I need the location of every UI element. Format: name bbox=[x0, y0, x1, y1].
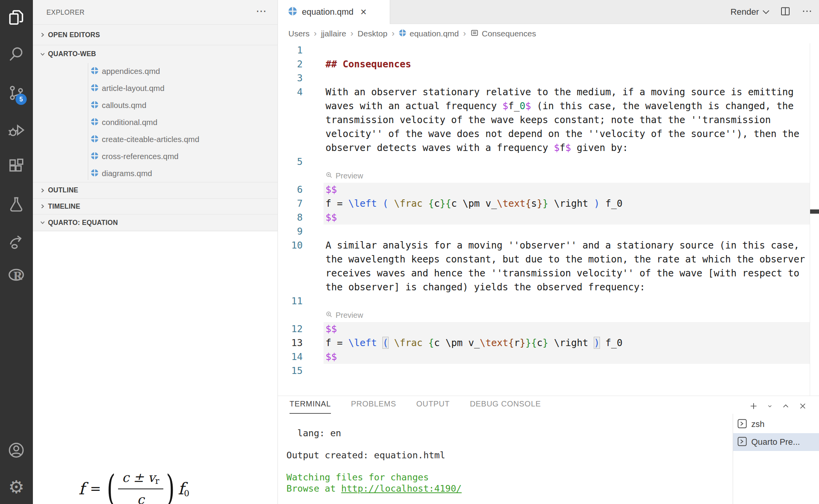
maximize-panel-icon[interactable] bbox=[781, 401, 790, 412]
search-icon[interactable] bbox=[5, 43, 27, 65]
code-line[interactable]: $$ bbox=[324, 322, 810, 336]
terminal-list: zshQuarto Pre... bbox=[733, 414, 819, 504]
section-open-editors[interactable]: OPEN EDITORS bbox=[33, 24, 278, 45]
breadcrumb-separator: › bbox=[351, 29, 353, 39]
panel-tab-debug-console[interactable]: DEBUG CONSOLE bbox=[470, 399, 541, 414]
fraction: c ± vr c bbox=[118, 470, 163, 504]
editor-code-area[interactable]: ## ConsequencesWith an observer stationa… bbox=[324, 43, 810, 378]
breadcrumb-item[interactable]: Consequences bbox=[470, 29, 536, 39]
explorer-icon[interactable] bbox=[5, 7, 27, 28]
quarto-file-icon bbox=[91, 67, 99, 76]
code-line[interactable]: velocity'' of the wave does not depend o… bbox=[324, 127, 810, 141]
line-number: 12 bbox=[278, 322, 306, 336]
terminal-icon bbox=[737, 418, 747, 430]
code-line[interactable]: With an observer stationary relative to … bbox=[324, 85, 810, 99]
breadcrumb: Users›jjallaire›Desktop›equation.qmd›Con… bbox=[278, 24, 819, 43]
terminal-line bbox=[286, 439, 462, 450]
equation-preview-webview: f = ( c ± vr c ) f0 bbox=[33, 231, 278, 504]
code-line[interactable]: f = \left ( \frac {c \pm v_\text{r}}{c} … bbox=[324, 336, 810, 350]
line-number: 6 bbox=[278, 183, 306, 197]
code-line[interactable] bbox=[324, 364, 810, 378]
file-item-diagrams[interactable]: diagrams.qmd bbox=[33, 165, 278, 182]
account-icon[interactable] bbox=[5, 439, 27, 461]
line-number bbox=[278, 252, 306, 266]
section-outline[interactable]: OUTLINE bbox=[33, 182, 278, 198]
sidebar-title: EXPLORER bbox=[46, 9, 85, 17]
settings-gear-icon[interactable]: ⚙ bbox=[5, 476, 27, 498]
breadcrumb-item[interactable]: equation.qmd bbox=[399, 29, 459, 39]
quarto-file-icon bbox=[91, 84, 99, 93]
run-debug-icon[interactable] bbox=[5, 119, 27, 141]
breadcrumb-separator: › bbox=[463, 29, 466, 39]
line-number bbox=[278, 113, 306, 127]
code-line[interactable]: $$ bbox=[324, 350, 810, 364]
code-line[interactable]: ## Consequences bbox=[324, 57, 810, 71]
code-line[interactable] bbox=[324, 294, 810, 308]
file-item-appendices[interactable]: appendices.qmd bbox=[33, 63, 278, 80]
section-quarto-equation[interactable]: QUARTO: EQUATION bbox=[33, 214, 278, 231]
new-terminal-icon[interactable] bbox=[749, 401, 759, 413]
preview-codelens[interactable]: Preview bbox=[324, 169, 810, 183]
section-quarto-web[interactable]: QUARTO-WEB bbox=[33, 45, 278, 63]
file-item-article-layout[interactable]: article-layout.qmd bbox=[33, 80, 278, 97]
line-number: 2 bbox=[278, 57, 306, 71]
zoom-in-icon bbox=[326, 311, 333, 320]
panel-tab-problems[interactable]: PROBLEMS bbox=[351, 399, 396, 414]
code-line[interactable]: waves with an actual frequency $f_0$ (in… bbox=[324, 99, 810, 113]
code-line[interactable]: A similar analysis for a moving ''observ… bbox=[324, 238, 810, 252]
code-line[interactable] bbox=[324, 71, 810, 85]
svg-text:R: R bbox=[13, 270, 22, 283]
file-item-callouts[interactable]: callouts.qmd bbox=[33, 97, 278, 114]
code-line[interactable]: receives waves and hence the ''transmiss… bbox=[324, 266, 810, 280]
terminal-instance-quarto-pre-[interactable]: Quarto Pre... bbox=[733, 433, 819, 451]
close-panel-icon[interactable] bbox=[798, 401, 807, 412]
split-editor-icon[interactable] bbox=[780, 5, 791, 19]
testing-beaker-icon[interactable] bbox=[5, 194, 27, 215]
code-line[interactable]: the wavelength keeps constant, but due t… bbox=[324, 252, 810, 266]
f-zero: f0 bbox=[178, 479, 190, 498]
line-number: 8 bbox=[278, 211, 306, 225]
breadcrumb-item[interactable]: Desktop bbox=[358, 29, 387, 38]
terminal-instance-zsh[interactable]: zsh bbox=[733, 415, 819, 433]
file-item-cross-references[interactable]: cross-references.qmd bbox=[33, 148, 278, 165]
code-line[interactable]: f = \left ( \frac {c}{c \pm v_\text{s}} … bbox=[324, 197, 810, 211]
code-line[interactable]: $$ bbox=[324, 183, 810, 197]
breadcrumb-item[interactable]: jjallaire bbox=[321, 29, 346, 38]
more-actions-icon[interactable] bbox=[801, 5, 813, 19]
render-button[interactable]: Render bbox=[730, 7, 769, 17]
extensions-icon[interactable] bbox=[5, 156, 27, 177]
code-line[interactable]: the observer] is changed) yields the obs… bbox=[324, 280, 810, 294]
code-line[interactable]: observer detects waves with a frequency … bbox=[324, 141, 810, 155]
line-number: 10 bbox=[278, 238, 306, 252]
quarto-file-icon bbox=[288, 7, 297, 17]
line-number: 14 bbox=[278, 350, 306, 364]
line-number: 9 bbox=[278, 225, 306, 238]
chevron-right-icon bbox=[39, 187, 46, 194]
line-number: 5 bbox=[278, 155, 306, 169]
breadcrumb-item[interactable]: Users bbox=[288, 29, 310, 38]
code-line[interactable]: $$ bbox=[324, 211, 810, 225]
line-number bbox=[278, 99, 306, 113]
quarto-preview-icon[interactable] bbox=[5, 231, 27, 253]
code-line[interactable] bbox=[324, 43, 810, 57]
tab-equation-qmd[interactable]: equation.qmd × bbox=[278, 0, 390, 24]
file-item-conditional[interactable]: conditional.qmd bbox=[33, 114, 278, 131]
r-language-icon[interactable]: R bbox=[5, 265, 27, 286]
file-item-create-citeable-articles[interactable]: create-citeable-articles.qmd bbox=[33, 131, 278, 148]
terminal-output[interactable]: lang: enOutput created: equation.htmlWat… bbox=[286, 428, 462, 494]
editor-gutter: 123456789101112131415 bbox=[278, 43, 306, 378]
code-line[interactable] bbox=[324, 155, 810, 169]
zoom-in-icon bbox=[326, 171, 333, 180]
quarto-file-icon bbox=[91, 118, 99, 127]
sidebar-more-icon[interactable]: ⋯ bbox=[256, 5, 267, 17]
panel-tab-output[interactable]: OUTPUT bbox=[416, 399, 449, 414]
section-timeline[interactable]: TIMELINE bbox=[33, 198, 278, 214]
bottom-panel: TERMINALPROBLEMSOUTPUTDEBUG CONSOLE lang… bbox=[278, 396, 819, 504]
close-icon[interactable]: × bbox=[360, 7, 367, 17]
preview-codelens[interactable]: Preview bbox=[324, 308, 810, 322]
code-line[interactable]: transmission velocity of the wave keeps … bbox=[324, 113, 810, 127]
code-line[interactable] bbox=[324, 225, 810, 238]
localhost-link[interactable]: http://localhost:4190/ bbox=[341, 483, 461, 494]
panel-tab-terminal[interactable]: TERMINAL bbox=[290, 399, 331, 414]
terminal-dropdown-icon[interactable] bbox=[766, 403, 773, 411]
